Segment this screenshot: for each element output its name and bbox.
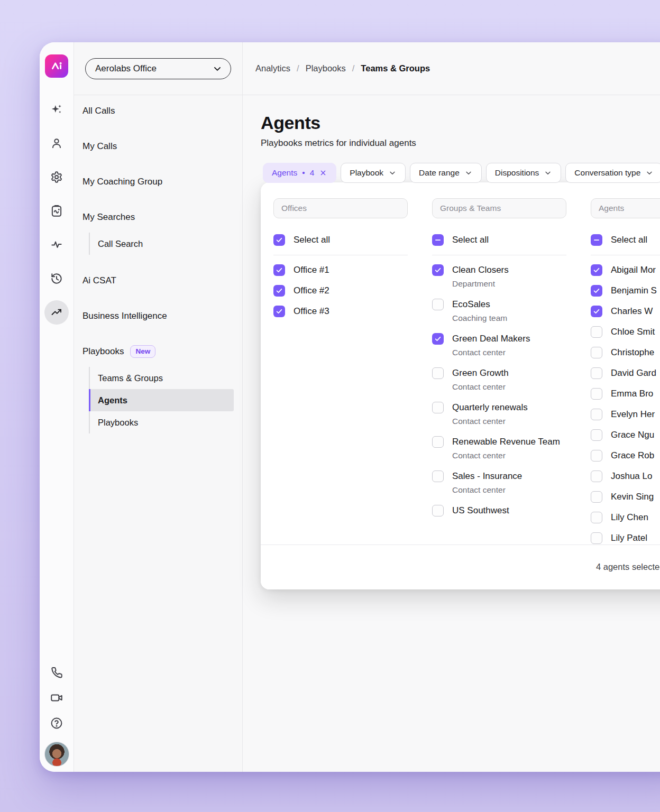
checkbox-icon[interactable]: [591, 367, 602, 379]
checkbox-row[interactable]: David Gard: [591, 366, 660, 380]
nav-label: Ai CSAT: [82, 275, 116, 286]
nav-item-all-calls[interactable]: All Calls: [82, 100, 234, 122]
checkbox-icon[interactable]: [273, 306, 285, 317]
checkbox-row[interactable]: Charles W: [591, 304, 660, 318]
checkbox-icon[interactable]: [591, 388, 602, 400]
checkbox-icon[interactable]: [591, 347, 602, 358]
phone-icon[interactable]: [50, 666, 63, 679]
checkbox-row[interactable]: Grace Ngu: [591, 428, 660, 442]
checkbox-icon[interactable]: [591, 264, 602, 276]
checkbox-row[interactable]: Abigail Mor: [591, 263, 660, 277]
checkbox-row[interactable]: Clean Closers Department: [432, 263, 566, 291]
main-content: Analytics / Playbooks / Teams & Groups A…: [243, 42, 660, 772]
checkbox-row[interactable]: Lily Patel: [591, 531, 660, 545]
checkbox-icon[interactable]: [432, 264, 444, 276]
date-range-filter-chip[interactable]: Date range: [410, 163, 482, 183]
checkbox-row[interactable]: Evelyn Her: [591, 408, 660, 421]
checkbox-icon[interactable]: [432, 436, 444, 448]
checkbox-row[interactable]: Quarterly renewals Contact center: [432, 401, 566, 428]
column-search-input[interactable]: [591, 198, 660, 218]
checkbox-icon[interactable]: [432, 367, 444, 379]
select-all-row[interactable]: Select all: [432, 233, 566, 247]
app-logo[interactable]: [45, 54, 68, 78]
conversation-type-filter-chip[interactable]: Conversation type: [565, 163, 660, 183]
user-avatar[interactable]: [44, 742, 69, 767]
activity-pulse-icon[interactable]: [50, 238, 63, 252]
help-icon[interactable]: [50, 716, 63, 730]
agents-filter-chip[interactable]: Agents • 4: [263, 163, 336, 183]
checkbox-row[interactable]: Benjamin S: [591, 284, 660, 298]
checkbox-row[interactable]: Chloe Smit: [591, 325, 660, 339]
checkbox-icon[interactable]: [273, 285, 285, 297]
checkbox-row[interactable]: Green Growth Contact center: [432, 366, 566, 394]
checkbox-row[interactable]: Office #2: [273, 284, 408, 298]
checkbox-icon[interactable]: [432, 470, 444, 482]
checkbox-row[interactable]: Sales - Insurance Contact center: [432, 469, 566, 497]
nav-item-my-searches[interactable]: My Searches: [82, 207, 234, 228]
checkbox-icon[interactable]: [591, 532, 602, 544]
checkbox-icon[interactable]: [591, 409, 602, 420]
column-search-input[interactable]: [273, 198, 408, 218]
history-icon[interactable]: [50, 272, 63, 285]
video-camera-icon[interactable]: [50, 691, 63, 705]
checkbox-row[interactable]: Grace Rob: [591, 449, 660, 463]
nav-item-my-coaching-group[interactable]: My Coaching Group: [82, 171, 234, 192]
playbook-filter-chip[interactable]: Playbook: [341, 163, 406, 183]
checkbox-row[interactable]: Green Deal Makers Contact center: [432, 332, 566, 359]
checkbox-row[interactable]: Office #1: [273, 263, 408, 277]
nav-item-ai-csat[interactable]: Ai CSAT: [82, 270, 234, 291]
breadcrumb-analytics[interactable]: Analytics: [255, 63, 290, 73]
person-icon[interactable]: [50, 136, 63, 150]
checkbox-icon[interactable]: [591, 306, 602, 317]
checkbox-icon[interactable]: [591, 512, 602, 523]
checkbox-icon[interactable]: [432, 299, 444, 310]
checkbox-row[interactable]: Lily Chen: [591, 511, 660, 524]
checkbox-row[interactable]: Renewable Revenue Team Contact center: [432, 435, 566, 463]
checkbox-icon[interactable]: [591, 285, 602, 297]
checkbox-icon[interactable]: [591, 429, 602, 441]
checkbox-row[interactable]: US Southwest: [432, 504, 566, 518]
select-all-row[interactable]: Select all: [591, 233, 660, 247]
checkbox-label: Emma Bro: [611, 387, 653, 401]
checkbox-icon[interactable]: [591, 326, 602, 338]
workspace-selector[interactable]: Aerolabs Office: [85, 58, 231, 79]
checkbox-icon[interactable]: [591, 450, 602, 462]
checkbox-row[interactable]: Emma Bro: [591, 387, 660, 401]
nav-item-call-search[interactable]: Call Search: [89, 233, 234, 255]
ai-sparkles-icon[interactable]: [50, 103, 63, 116]
playbooks-sublist: Teams & Groups Agents Playbooks: [89, 367, 242, 433]
dispositions-filter-chip[interactable]: Dispositions: [486, 163, 562, 183]
checkbox-icon[interactable]: [273, 234, 285, 246]
checkbox-icon[interactable]: [432, 505, 444, 516]
select-all-row[interactable]: Select all: [273, 233, 408, 247]
select-all-label: Select all: [452, 233, 489, 247]
trending-up-icon[interactable]: [44, 300, 69, 325]
nav-item-my-calls[interactable]: My Calls: [82, 136, 234, 157]
nav-item-teams-groups[interactable]: Teams & Groups: [89, 367, 234, 389]
checkbox-label: Green Growth: [452, 366, 509, 380]
checkbox-icon[interactable]: [432, 402, 444, 413]
checkbox-row[interactable]: Christophe: [591, 346, 660, 359]
checkbox-icon[interactable]: [432, 333, 444, 345]
checkbox-icon[interactable]: [591, 491, 602, 503]
breadcrumb-playbooks[interactable]: Playbooks: [306, 63, 346, 73]
icon-rail: [40, 42, 74, 772]
check-icon: [276, 308, 283, 315]
column-search-input[interactable]: [432, 198, 566, 218]
nav-item-business-intelligence[interactable]: Business Intelligence: [82, 306, 234, 327]
checkbox-icon[interactable]: [591, 234, 602, 246]
checkbox-row[interactable]: Joshua Lo: [591, 469, 660, 483]
nav-item-playbooks-sub[interactable]: Playbooks: [89, 411, 234, 433]
checkbox-row[interactable]: Office #3: [273, 304, 408, 318]
checkbox-row[interactable]: EcoSales Coaching team: [432, 298, 566, 325]
gear-icon[interactable]: [50, 170, 63, 184]
chevron-down-icon: [645, 169, 654, 177]
nav-item-playbooks[interactable]: Playbooks New: [82, 341, 234, 362]
checkbox-icon[interactable]: [432, 234, 444, 246]
checkbox-row[interactable]: Kevin Sing: [591, 490, 660, 504]
nav-item-agents[interactable]: Agents: [89, 389, 234, 411]
checkbox-icon[interactable]: [591, 470, 602, 482]
close-icon[interactable]: [319, 169, 327, 177]
playbook-clipboard-icon[interactable]: [50, 204, 63, 218]
checkbox-icon[interactable]: [273, 264, 285, 276]
